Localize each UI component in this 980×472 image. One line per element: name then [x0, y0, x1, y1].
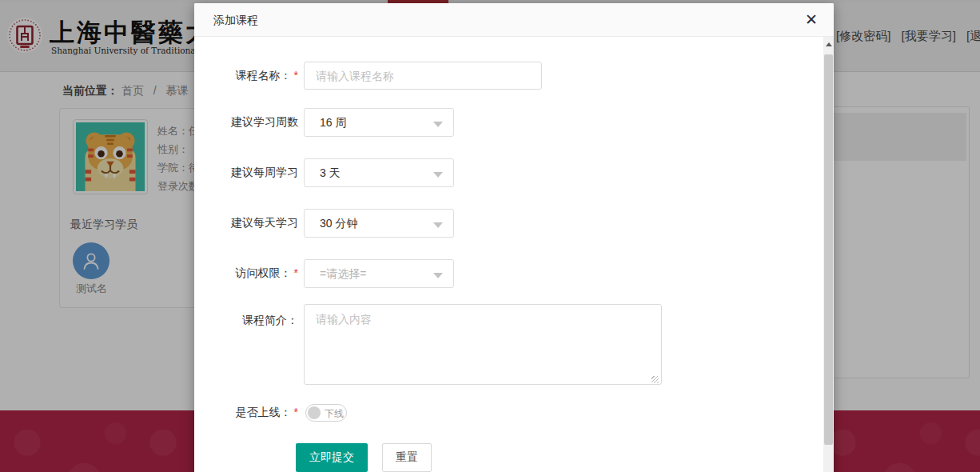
required-asterisk: * [294, 69, 298, 82]
chevron-down-icon [433, 222, 443, 228]
toggle-state-label: 下线 [325, 407, 344, 421]
modal-title: 添加课程 [213, 14, 258, 28]
modal-header: 添加课程 ✕ [194, 3, 834, 37]
study-weeks-value: 16 周 [320, 116, 346, 130]
is-online-label: 是否上线：* [194, 406, 298, 420]
minutes-per-day-label: 建议每天学习 [194, 216, 298, 230]
add-course-modal: 添加课程 ✕ 课程名称：* 建议学习周数 16 周 建议每周学习 3 天 建议每… [194, 3, 834, 472]
course-name-label: 课程名称：* [194, 69, 298, 83]
screen: 上海中醫藥大學 Shanghai University of Tradition… [0, 0, 980, 472]
chevron-down-icon [433, 273, 443, 278]
minutes-per-day-select[interactable]: 30 分钟 [304, 209, 454, 238]
days-per-week-label: 建议每周学习 [194, 166, 298, 180]
access-permission-label: 访问权限：* [194, 266, 298, 281]
modal-scrollbar[interactable] [823, 37, 834, 472]
toggle-knob [308, 406, 321, 419]
study-weeks-label: 建议学习周数 [194, 115, 298, 130]
course-intro-textarea[interactable] [304, 304, 662, 385]
close-icon[interactable]: ✕ [802, 10, 821, 30]
chevron-down-icon [433, 172, 443, 178]
study-weeks-select[interactable]: 16 周 [304, 108, 454, 137]
required-asterisk: * [294, 266, 298, 279]
scrollbar-up-arrow-icon[interactable] [826, 42, 832, 46]
chevron-down-icon [433, 122, 443, 127]
scrollbar-thumb[interactable] [824, 54, 833, 445]
access-permission-select[interactable]: =请选择= [304, 259, 454, 288]
access-permission-value: =请选择= [320, 267, 366, 282]
submit-button[interactable]: 立即提交 [296, 443, 368, 472]
required-asterisk: * [294, 406, 298, 418]
minutes-per-day-value: 30 分钟 [320, 217, 357, 231]
online-status-toggle[interactable]: 下线 [305, 404, 347, 422]
days-per-week-value: 3 天 [320, 166, 341, 181]
course-intro-label: 课程简介： [194, 314, 298, 328]
days-per-week-select[interactable]: 3 天 [304, 158, 454, 187]
reset-button[interactable]: 重置 [382, 443, 432, 472]
course-name-input[interactable] [304, 62, 542, 90]
